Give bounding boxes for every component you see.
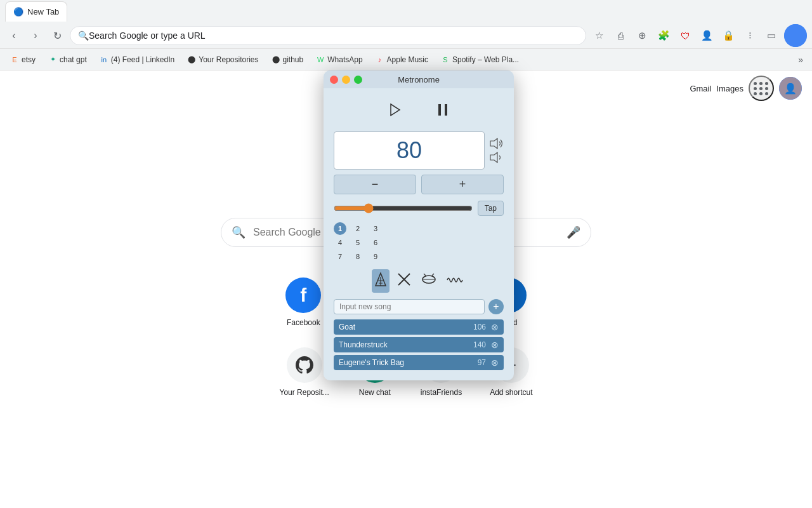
user-account-button[interactable]: 👤 [698, 27, 716, 44]
maximize-button[interactable] [354, 76, 362, 84]
traffic-lights [330, 76, 362, 84]
transport-controls [334, 96, 504, 124]
song-name-1: Thunderstruck [339, 340, 473, 349]
images-link[interactable]: Images [716, 84, 743, 93]
bookmark-etsy[interactable]: E etsy [5, 53, 41, 67]
play-button[interactable] [383, 98, 406, 121]
beat-3[interactable]: 3 [369, 222, 382, 235]
title-bar: 🔵 New Tab [0, 0, 812, 23]
bookmark-apple-music-label: Apple Music [387, 55, 428, 64]
pause-button[interactable] [431, 98, 454, 121]
browser-tab[interactable]: 🔵 New Tab [5, 1, 67, 22]
shortcut-your-repositories-label: Your Reposit... [279, 388, 329, 397]
reload-button[interactable]: ↻ [48, 27, 66, 44]
song-name-input[interactable] [334, 299, 485, 314]
slider-row: Tap [334, 201, 504, 216]
song-item-1[interactable]: Thunderstruck 140 ⊗ [334, 337, 504, 352]
chatgpt-favicon: ✦ [48, 55, 57, 64]
beat-4[interactable]: 4 [334, 236, 346, 249]
bookmark-spotify[interactable]: S Spotify – Web Pla... [436, 53, 524, 67]
bpm-plus-button[interactable]: + [421, 175, 504, 194]
bpm-slider[interactable] [334, 203, 473, 213]
bpm-row: 80 [334, 131, 504, 170]
svg-rect-4 [438, 104, 441, 116]
tap-button[interactable]: Tap [478, 201, 504, 216]
whatsapp-favicon: W [316, 55, 325, 64]
search-icon: 🔍 [78, 30, 89, 41]
security-icon-button[interactable]: 🔒 [719, 27, 737, 44]
zoom-button[interactable]: ⊕ [633, 27, 651, 44]
bookmark-chatgpt[interactable]: ✦ chat gpt [43, 53, 92, 67]
extensions-button[interactable]: 🧩 [655, 27, 672, 44]
add-song-button[interactable]: + [488, 299, 504, 314]
sound-drum-button[interactable] [419, 269, 439, 293]
beat-5[interactable]: 5 [351, 236, 364, 249]
volume-up-button[interactable] [490, 138, 504, 149]
metronome-title: Metronome [398, 75, 440, 84]
shortcut-facebook-label: Facebook [287, 318, 320, 327]
minimize-button[interactable] [342, 76, 350, 84]
beat-grid: 1 2 3 4 5 6 7 8 9 [334, 222, 504, 263]
song-delete-0[interactable]: ⊗ [491, 322, 499, 332]
sidebar-toggle-button[interactable]: ▭ [763, 27, 780, 44]
page-content: Gmail Images 👤 Google 🔍 🎤 [0, 70, 812, 508]
shortcut-new-chat-label: New chat [359, 388, 391, 397]
apps-grid-button[interactable] [749, 76, 774, 101]
metronome-titlebar: Metronome [324, 70, 514, 88]
adblock-button[interactable]: 🛡 [676, 27, 694, 44]
sound-metronome-button[interactable] [372, 269, 390, 293]
bookmark-your-repos-label: Your Repositories [199, 55, 258, 64]
song-bpm-0: 106 [473, 323, 486, 331]
song-input-row: + [334, 299, 504, 314]
address-input[interactable] [89, 30, 578, 41]
song-item-2[interactable]: Eugene's Trick Bag 97 ⊗ [334, 355, 504, 370]
address-bar[interactable]: 🔍 [70, 26, 586, 45]
beat-row-3: 7 8 9 [334, 250, 504, 263]
beat-8[interactable]: 8 [351, 250, 364, 263]
song-name-2: Eugene's Trick Bag [339, 358, 478, 367]
shortcut-facebook[interactable]: f Facebook [278, 272, 329, 332]
bookmark-github[interactable]: ⬤ github [266, 53, 309, 67]
bookmarks-bar: E etsy ✦ chat gpt in (4) Feed | LinkedIn… [0, 48, 812, 70]
song-item-0[interactable]: Goat 106 ⊗ [334, 319, 504, 335]
bookmark-chatgpt-label: chat gpt [60, 55, 87, 64]
bookmark-whatsapp-label: WhatsApp [327, 55, 362, 64]
song-delete-2[interactable]: ⊗ [491, 358, 499, 368]
your-repos-favicon: ⬤ [187, 55, 196, 64]
svg-marker-6 [490, 138, 497, 149]
bpm-minus-button[interactable]: − [334, 175, 416, 194]
svg-marker-3 [391, 104, 400, 116]
bookmark-etsy-label: etsy [22, 55, 36, 64]
beat-1[interactable]: 1 [334, 222, 346, 235]
share-button[interactable]: ⎙ [612, 27, 629, 44]
beat-7[interactable]: 7 [334, 250, 346, 263]
sound-cross-button[interactable] [395, 269, 414, 293]
volume-controls [490, 138, 504, 163]
page-avatar[interactable]: 👤 [779, 77, 802, 100]
bookmark-apple-music[interactable]: ♪ Apple Music [370, 53, 433, 67]
bookmark-linkedin[interactable]: in (4) Feed | LinkedIn [95, 53, 180, 67]
bookmark-your-repos[interactable]: ⬤ Your Repositories [182, 53, 263, 67]
volume-down-button[interactable] [490, 152, 504, 163]
more-tools-button[interactable]: ⁝ [741, 27, 759, 44]
svg-text:👤: 👤 [784, 83, 797, 95]
gmail-link[interactable]: Gmail [690, 84, 711, 93]
close-button[interactable] [330, 76, 338, 84]
tab-title: New Tab [27, 7, 59, 17]
beat-2[interactable]: 2 [351, 222, 364, 235]
browser-right-icons: ☆ ⎙ ⊕ 🧩 🛡 👤 🔒 ⁝ ▭ [590, 24, 807, 47]
bookmarks-overflow-button[interactable]: » [794, 52, 807, 67]
apps-grid-icon [754, 82, 769, 95]
user-avatar[interactable] [784, 24, 807, 47]
forward-button[interactable]: › [27, 27, 44, 44]
bookmark-whatsapp[interactable]: W WhatsApp [311, 53, 367, 67]
svg-line-16 [424, 274, 426, 276]
song-delete-1[interactable]: ⊗ [491, 340, 499, 350]
beat-9[interactable]: 9 [369, 250, 382, 263]
voice-search-icon[interactable]: 🎤 [566, 225, 580, 239]
beat-6[interactable]: 6 [369, 236, 382, 249]
sound-waveform-button[interactable] [444, 269, 466, 293]
bookmark-star-button[interactable]: ☆ [590, 27, 608, 44]
browser-chrome: 🔵 New Tab ‹ › ↻ 🔍 ☆ ⎙ ⊕ 🧩 🛡 👤 🔒 ⁝ ▭ [0, 0, 812, 70]
back-button[interactable]: ‹ [5, 27, 23, 44]
